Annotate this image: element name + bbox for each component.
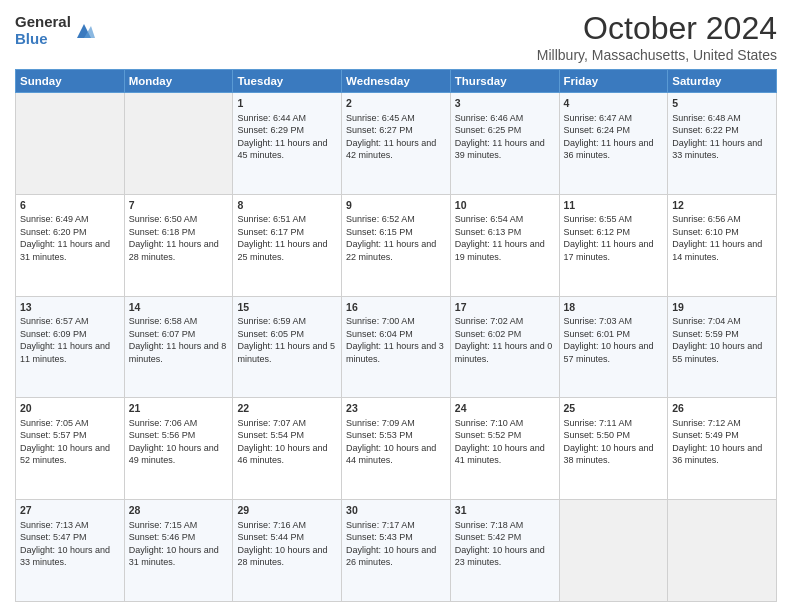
cell-content: Sunrise: 7:09 AM Sunset: 5:53 PM Dayligh… [346,417,446,467]
day-number: 4 [564,96,664,111]
cell-content: Sunrise: 6:47 AM Sunset: 6:24 PM Dayligh… [564,112,664,162]
day-number: 9 [346,198,446,213]
calendar-cell: 3Sunrise: 6:46 AM Sunset: 6:25 PM Daylig… [450,93,559,195]
day-number: 2 [346,96,446,111]
calendar-cell: 17Sunrise: 7:02 AM Sunset: 6:02 PM Dayli… [450,296,559,398]
cell-content: Sunrise: 6:57 AM Sunset: 6:09 PM Dayligh… [20,315,120,365]
weekday-header-wednesday: Wednesday [342,70,451,93]
day-number: 14 [129,300,229,315]
day-number: 31 [455,503,555,518]
title-block: October 2024 Millbury, Massachusetts, Un… [537,10,777,63]
week-row-1: 1Sunrise: 6:44 AM Sunset: 6:29 PM Daylig… [16,93,777,195]
calendar-cell: 19Sunrise: 7:04 AM Sunset: 5:59 PM Dayli… [668,296,777,398]
day-number: 29 [237,503,337,518]
calendar-cell: 9Sunrise: 6:52 AM Sunset: 6:15 PM Daylig… [342,194,451,296]
calendar-cell: 10Sunrise: 6:54 AM Sunset: 6:13 PM Dayli… [450,194,559,296]
calendar-cell: 12Sunrise: 6:56 AM Sunset: 6:10 PM Dayli… [668,194,777,296]
weekday-header-tuesday: Tuesday [233,70,342,93]
day-number: 24 [455,401,555,416]
day-number: 10 [455,198,555,213]
main-title: October 2024 [537,10,777,47]
day-number: 18 [564,300,664,315]
calendar-cell: 28Sunrise: 7:15 AM Sunset: 5:46 PM Dayli… [124,500,233,602]
cell-content: Sunrise: 7:10 AM Sunset: 5:52 PM Dayligh… [455,417,555,467]
cell-content: Sunrise: 7:05 AM Sunset: 5:57 PM Dayligh… [20,417,120,467]
calendar-cell: 7Sunrise: 6:50 AM Sunset: 6:18 PM Daylig… [124,194,233,296]
cell-content: Sunrise: 7:11 AM Sunset: 5:50 PM Dayligh… [564,417,664,467]
week-row-4: 20Sunrise: 7:05 AM Sunset: 5:57 PM Dayli… [16,398,777,500]
calendar-cell: 26Sunrise: 7:12 AM Sunset: 5:49 PM Dayli… [668,398,777,500]
weekday-header-saturday: Saturday [668,70,777,93]
calendar-cell: 25Sunrise: 7:11 AM Sunset: 5:50 PM Dayli… [559,398,668,500]
day-number: 17 [455,300,555,315]
calendar-cell: 15Sunrise: 6:59 AM Sunset: 6:05 PM Dayli… [233,296,342,398]
cell-content: Sunrise: 6:56 AM Sunset: 6:10 PM Dayligh… [672,213,772,263]
cell-content: Sunrise: 6:49 AM Sunset: 6:20 PM Dayligh… [20,213,120,263]
page: General Blue October 2024 Millbury, Mass… [0,0,792,612]
day-number: 8 [237,198,337,213]
calendar-cell: 24Sunrise: 7:10 AM Sunset: 5:52 PM Dayli… [450,398,559,500]
cell-content: Sunrise: 7:17 AM Sunset: 5:43 PM Dayligh… [346,519,446,569]
cell-content: Sunrise: 6:45 AM Sunset: 6:27 PM Dayligh… [346,112,446,162]
cell-content: Sunrise: 7:15 AM Sunset: 5:46 PM Dayligh… [129,519,229,569]
weekday-header-thursday: Thursday [450,70,559,93]
day-number: 7 [129,198,229,213]
calendar-cell: 23Sunrise: 7:09 AM Sunset: 5:53 PM Dayli… [342,398,451,500]
calendar-cell: 21Sunrise: 7:06 AM Sunset: 5:56 PM Dayli… [124,398,233,500]
logo-general: General [15,14,71,31]
calendar-cell: 1Sunrise: 6:44 AM Sunset: 6:29 PM Daylig… [233,93,342,195]
day-number: 26 [672,401,772,416]
cell-content: Sunrise: 6:52 AM Sunset: 6:15 PM Dayligh… [346,213,446,263]
week-row-5: 27Sunrise: 7:13 AM Sunset: 5:47 PM Dayli… [16,500,777,602]
cell-content: Sunrise: 7:02 AM Sunset: 6:02 PM Dayligh… [455,315,555,365]
day-number: 30 [346,503,446,518]
cell-content: Sunrise: 6:54 AM Sunset: 6:13 PM Dayligh… [455,213,555,263]
cell-content: Sunrise: 6:51 AM Sunset: 6:17 PM Dayligh… [237,213,337,263]
logo: General Blue [15,14,95,47]
cell-content: Sunrise: 7:18 AM Sunset: 5:42 PM Dayligh… [455,519,555,569]
cell-content: Sunrise: 7:13 AM Sunset: 5:47 PM Dayligh… [20,519,120,569]
cell-content: Sunrise: 6:50 AM Sunset: 6:18 PM Dayligh… [129,213,229,263]
cell-content: Sunrise: 7:06 AM Sunset: 5:56 PM Dayligh… [129,417,229,467]
day-number: 27 [20,503,120,518]
calendar-cell: 27Sunrise: 7:13 AM Sunset: 5:47 PM Dayli… [16,500,125,602]
day-number: 23 [346,401,446,416]
cell-content: Sunrise: 6:55 AM Sunset: 6:12 PM Dayligh… [564,213,664,263]
week-row-3: 13Sunrise: 6:57 AM Sunset: 6:09 PM Dayli… [16,296,777,398]
cell-content: Sunrise: 6:48 AM Sunset: 6:22 PM Dayligh… [672,112,772,162]
calendar-cell [124,93,233,195]
calendar-cell: 14Sunrise: 6:58 AM Sunset: 6:07 PM Dayli… [124,296,233,398]
calendar-cell: 5Sunrise: 6:48 AM Sunset: 6:22 PM Daylig… [668,93,777,195]
logo-icon [73,20,95,42]
day-number: 22 [237,401,337,416]
cell-content: Sunrise: 6:46 AM Sunset: 6:25 PM Dayligh… [455,112,555,162]
calendar-cell: 8Sunrise: 6:51 AM Sunset: 6:17 PM Daylig… [233,194,342,296]
calendar-cell: 16Sunrise: 7:00 AM Sunset: 6:04 PM Dayli… [342,296,451,398]
cell-content: Sunrise: 7:04 AM Sunset: 5:59 PM Dayligh… [672,315,772,365]
calendar-cell: 4Sunrise: 6:47 AM Sunset: 6:24 PM Daylig… [559,93,668,195]
logo-blue: Blue [15,31,71,48]
header: General Blue October 2024 Millbury, Mass… [15,10,777,63]
calendar-cell [559,500,668,602]
subtitle: Millbury, Massachusetts, United States [537,47,777,63]
calendar-cell: 22Sunrise: 7:07 AM Sunset: 5:54 PM Dayli… [233,398,342,500]
calendar-cell: 20Sunrise: 7:05 AM Sunset: 5:57 PM Dayli… [16,398,125,500]
calendar-cell: 11Sunrise: 6:55 AM Sunset: 6:12 PM Dayli… [559,194,668,296]
day-number: 1 [237,96,337,111]
calendar-cell: 18Sunrise: 7:03 AM Sunset: 6:01 PM Dayli… [559,296,668,398]
cell-content: Sunrise: 6:59 AM Sunset: 6:05 PM Dayligh… [237,315,337,365]
cell-content: Sunrise: 6:44 AM Sunset: 6:29 PM Dayligh… [237,112,337,162]
weekday-header-row: SundayMondayTuesdayWednesdayThursdayFrid… [16,70,777,93]
day-number: 11 [564,198,664,213]
day-number: 19 [672,300,772,315]
day-number: 15 [237,300,337,315]
calendar-cell: 31Sunrise: 7:18 AM Sunset: 5:42 PM Dayli… [450,500,559,602]
cell-content: Sunrise: 7:12 AM Sunset: 5:49 PM Dayligh… [672,417,772,467]
day-number: 12 [672,198,772,213]
day-number: 16 [346,300,446,315]
day-number: 5 [672,96,772,111]
calendar-cell: 13Sunrise: 6:57 AM Sunset: 6:09 PM Dayli… [16,296,125,398]
day-number: 20 [20,401,120,416]
cell-content: Sunrise: 7:03 AM Sunset: 6:01 PM Dayligh… [564,315,664,365]
day-number: 28 [129,503,229,518]
